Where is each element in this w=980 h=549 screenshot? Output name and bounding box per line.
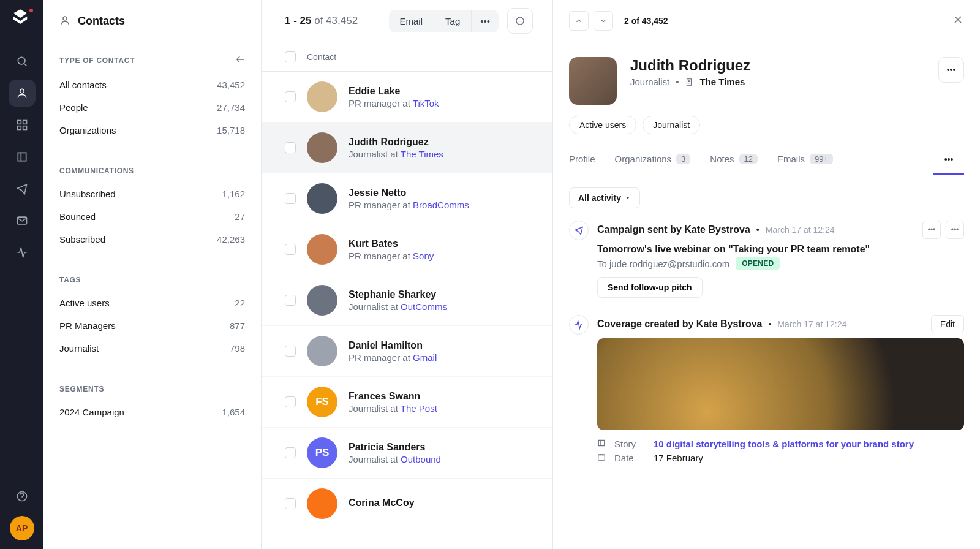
contacts-main: 1 - 25 of 43,452 Email Tag ••• Contact E… (262, 0, 553, 549)
activity-campaign: Campaign sent by Kate Bystrova • March 1… (569, 221, 964, 298)
contact-org[interactable]: The Post (401, 403, 437, 414)
section-label: COMMUNICATIONS (59, 167, 134, 175)
tab[interactable]: Profile (569, 145, 595, 175)
profile-tag[interactable]: Journalist (643, 116, 700, 134)
profile-avatar (569, 57, 617, 105)
story-link[interactable]: 10 digital storytelling tools & platform… (654, 439, 914, 449)
row-checkbox[interactable] (285, 346, 296, 357)
row-checkbox[interactable] (285, 295, 296, 306)
profile-more-button[interactable]: ••• (938, 57, 964, 83)
row-checkbox[interactable] (285, 244, 296, 255)
nav-activity[interactable] (9, 239, 36, 266)
svg-point-1 (20, 89, 24, 93)
activity1-more2[interactable]: ••• (946, 221, 964, 239)
nav-campaigns[interactable] (9, 175, 36, 202)
coverage-image (597, 338, 964, 430)
contact-avatar (307, 336, 337, 366)
section-label: TAGS (59, 276, 81, 284)
row-checkbox[interactable] (285, 193, 296, 204)
filter-row[interactable]: Organizations15,718 (43, 119, 261, 142)
email-button[interactable]: Email (389, 10, 435, 32)
contact-row[interactable]: Kurt Bates PR manager at Sony (262, 224, 552, 275)
contact-avatar: PS (307, 437, 337, 468)
row-checkbox[interactable] (285, 447, 296, 458)
user-avatar[interactable]: AP (10, 516, 34, 540)
campaign-recipient: To jude.rodriguez@prstudio.com OPENED (597, 257, 964, 270)
select-all-checkbox[interactable] (285, 51, 296, 62)
contact-name: Jessie Netto (349, 187, 469, 199)
close-detail-button[interactable] (952, 13, 964, 29)
contact-org[interactable]: Outbound (401, 454, 441, 464)
contact-org[interactable]: TikTok (413, 98, 439, 108)
collapse-icon[interactable] (235, 55, 245, 66)
tab-more[interactable]: ••• (933, 146, 964, 175)
profile-tag[interactable]: Active users (569, 116, 636, 134)
nav-library[interactable] (9, 143, 36, 170)
contact-name: Frances Swann (349, 391, 437, 402)
svg-rect-2 (17, 121, 21, 124)
contact-row[interactable]: PS Patricia Sanders Journalist at Outbou… (262, 428, 552, 479)
chevron-down-icon (625, 195, 631, 201)
edit-coverage-button[interactable]: Edit (931, 315, 964, 333)
filter-row[interactable]: Subscribed42,263 (43, 228, 261, 251)
contact-row[interactable]: Corina McCoy (262, 479, 552, 529)
page-title: Contacts (78, 15, 125, 28)
activity-coverage: Coverage created by Kate Bystrova • Marc… (569, 315, 964, 467)
nav-help[interactable] (9, 483, 36, 510)
nav-email[interactable] (9, 207, 36, 234)
nav-rail: AP (0, 0, 43, 549)
row-checkbox[interactable] (285, 396, 296, 407)
next-contact-button[interactable] (594, 11, 613, 31)
tab[interactable]: Notes12 (710, 145, 758, 175)
filter-row[interactable]: Unsubscribed1,162 (43, 183, 261, 205)
filter-row[interactable]: 2024 Campaign1,654 (43, 401, 261, 423)
contact-role: PR manager at TikTok (349, 98, 439, 108)
extra-button[interactable] (507, 8, 533, 34)
tab[interactable]: Emails99+ (777, 145, 833, 175)
app-logo[interactable] (11, 9, 33, 31)
filter-row[interactable]: People27,734 (43, 96, 261, 119)
contact-row[interactable]: Daniel Hamilton PR manager at Gmail (262, 326, 552, 377)
activity-icon (569, 315, 589, 335)
filter-row[interactable]: PR Managers877 (43, 314, 261, 337)
contact-row[interactable]: Stephanie Sharkey Journalist at OutComms (262, 275, 552, 326)
contact-avatar (307, 183, 337, 214)
profile-tags: Active usersJournalist (553, 116, 980, 145)
more-actions-button[interactable]: ••• (472, 10, 499, 32)
row-checkbox[interactable] (285, 142, 296, 153)
prev-contact-button[interactable] (569, 11, 589, 31)
contact-org[interactable]: OutComms (401, 301, 447, 312)
activity-filter[interactable]: All activity (569, 187, 640, 208)
filter-row[interactable]: Active users22 (43, 292, 261, 314)
nav-dashboard[interactable] (9, 112, 36, 138)
contact-org[interactable]: Gmail (413, 352, 437, 363)
contact-row[interactable]: FS Frances Swann Journalist at The Post (262, 377, 552, 428)
contact-row[interactable]: Eddie Lake PR manager at TikTok (262, 72, 552, 123)
contact-org[interactable]: The Times (401, 149, 443, 159)
activity1-more1[interactable]: ••• (922, 221, 941, 239)
tab[interactable]: Organizations3 (615, 145, 691, 175)
profile-org[interactable]: The Times (699, 77, 745, 87)
svg-point-9 (516, 17, 524, 25)
row-checkbox[interactable] (285, 498, 296, 509)
contact-org[interactable]: BroadComms (413, 200, 469, 210)
followup-button[interactable]: Send follow-up pitch (597, 277, 703, 298)
nav-search[interactable] (9, 48, 36, 75)
svg-point-0 (18, 57, 25, 64)
contact-row[interactable]: Jessie Netto PR manager at BroadComms (262, 173, 552, 224)
contact-name: Eddie Lake (349, 86, 439, 97)
book-icon (597, 439, 606, 447)
notification-dot (28, 7, 34, 13)
row-checkbox[interactable] (285, 91, 296, 102)
filter-row[interactable]: Journalist798 (43, 337, 261, 360)
contacts-sidebar: Contacts TYPE OF CONTACTAll contacts43,4… (43, 0, 262, 549)
filter-row[interactable]: All contacts43,452 (43, 74, 261, 96)
range-label: 1 - 25 of 43,452 (285, 15, 358, 27)
svg-rect-3 (23, 121, 26, 124)
tag-button[interactable]: Tag (434, 10, 472, 32)
nav-contacts[interactable] (9, 80, 36, 107)
contact-org[interactable]: Sony (413, 251, 434, 261)
contact-name: Judith Rodriguez (349, 137, 443, 148)
filter-row[interactable]: Bounced27 (43, 205, 261, 228)
contact-row[interactable]: Judith Rodriguez Journalist at The Times (262, 123, 552, 173)
